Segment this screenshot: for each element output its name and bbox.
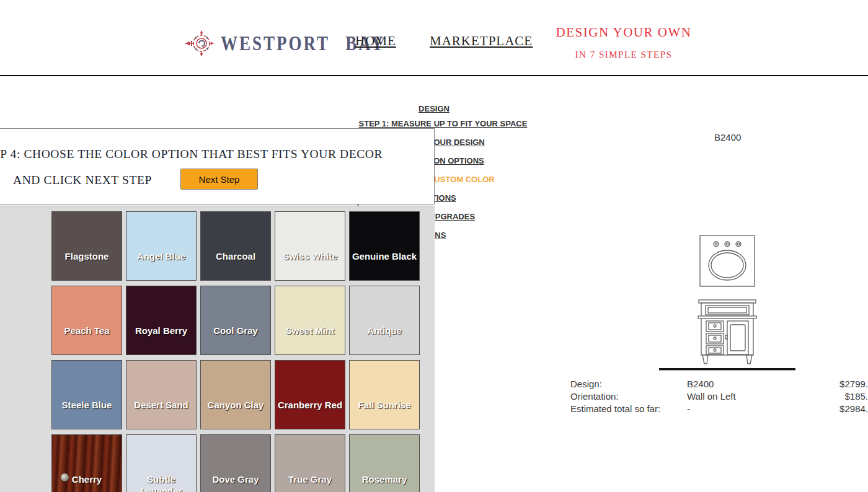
color-swatch[interactable]: Charcoal (200, 211, 271, 281)
color-swatch[interactable]: Canyon Clay (200, 360, 271, 429)
estimate-row-label: Design: (570, 378, 687, 390)
color-swatch[interactable]: Desert Sand (126, 360, 197, 429)
color-swatch[interactable]: Dove Gray (200, 434, 271, 492)
color-swatch-label: Dove Gray (201, 473, 270, 485)
page: WESTPORT BAY HOME MARKETPLACE DESIGN YOU… (0, 0, 868, 492)
color-swatch[interactable]: Sweet Mint (275, 286, 345, 355)
design-your-own-subtitle: IN 7 SIMPLE STEPS (549, 50, 698, 60)
step-heading-line2: AND CLICK NEXT STEP (13, 174, 152, 187)
estimate-row-price: $2799. (839, 378, 868, 390)
estimate-row-label: Orientation: (570, 390, 687, 403)
estimate-row: Estimated total so far:- $2984. (570, 403, 868, 415)
color-swatch-label: Fall Sunrise (350, 399, 419, 411)
breadcrumb-wrapped-link[interactable]: DESIGN (418, 104, 450, 113)
estimate-row: Orientation:Wall on Left $185. (570, 390, 868, 403)
breadcrumb-step-link[interactable]: STEP 1: MEASURE UP TO FIT YOUR SPACE (359, 119, 528, 128)
color-swatch-label: Antique (350, 325, 419, 336)
color-swatch-label: Genuine Black (350, 250, 419, 262)
color-swatch-label: Sweet Mint (275, 325, 345, 336)
color-swatch-grid: Flagstone Angel Blue Charcoal Swiss Whit… (51, 211, 420, 492)
color-swatch-label: Royal Berry (126, 325, 196, 336)
color-swatch[interactable]: Cool Gray (200, 286, 271, 355)
color-swatch-label: Charcoal (201, 250, 270, 262)
color-swatch-label: Subtle Lavender (126, 473, 196, 492)
color-swatch-label: Cranberry Red (275, 399, 345, 411)
product-model-label: B2400 (714, 132, 741, 143)
estimate-row: Design:B2400 $2799. (570, 378, 868, 390)
estimate-row-value: B2400 (687, 379, 714, 389)
color-swatch[interactable]: Rosemary (349, 434, 420, 492)
color-swatch[interactable]: Fall Sunrise (349, 360, 420, 429)
estimate-row-label: Estimated total so far: (570, 403, 687, 415)
design-your-own-title: DESIGN YOUR OWN (549, 25, 698, 40)
design-your-own-banner[interactable]: DESIGN YOUR OWN IN 7 SIMPLE STEPS (549, 25, 698, 60)
color-swatch[interactable]: Royal Berry (126, 286, 197, 355)
step-instruction-box: STEP 4: CHOOSE THE COLOR OPTION THAT BES… (0, 128, 435, 204)
color-swatch[interactable]: Genuine Black (349, 211, 420, 281)
nav-marketplace-link[interactable]: MARKETPLACE (430, 33, 533, 49)
nav-home-link[interactable]: HOME (355, 33, 396, 49)
estimate-row-price: $2984. (839, 403, 868, 415)
site-header: WESTPORT BAY HOME MARKETPLACE DESIGN YOU… (0, 0, 868, 75)
color-swatch-label: Peach Tea (52, 325, 122, 336)
steps-breadcrumb: STEP 1: MEASURE UP TO FIT YOUR SPACE / S… (0, 76, 868, 126)
color-swatch[interactable]: Angel Blue (126, 211, 197, 281)
color-swatch[interactable]: Flagstone (51, 211, 122, 281)
color-swatch-label: Steele Blue (52, 399, 122, 411)
color-swatch[interactable]: Peach Tea (51, 286, 122, 355)
next-step-button[interactable]: Next Step (180, 169, 258, 190)
color-swatch-label: Flagstone (52, 250, 122, 262)
color-swatch[interactable]: Subtle Lavender (126, 434, 197, 492)
color-swatch[interactable]: Cranberry Red (275, 360, 345, 429)
estimate-row-value: Wall on Left (687, 391, 736, 402)
color-swatch-label: Angel Blue (126, 250, 196, 262)
estimate-details: Design:B2400 $2799. Orientation:Wall on … (570, 378, 868, 415)
color-swatch[interactable]: Cherry (51, 434, 122, 492)
color-swatch-label: Canyon Clay (201, 399, 270, 411)
color-swatch-label: Desert Sand (126, 399, 196, 411)
color-swatch-label: Cool Gray (201, 325, 270, 336)
color-swatch-label: True Gray (275, 473, 345, 485)
breadcrumb-line2: DESIGN (0, 104, 868, 113)
color-swatch[interactable]: True Gray (275, 434, 345, 492)
color-swatch[interactable]: Swiss White (275, 211, 345, 281)
estimate-row-price: $185. (844, 390, 868, 403)
color-swatch[interactable]: Steele Blue (51, 360, 122, 429)
vanity-line-drawing (659, 226, 795, 376)
color-swatch-label: Rosemary (350, 473, 419, 485)
estimate-row-value: - (687, 403, 690, 414)
color-swatch[interactable]: Antique (349, 286, 420, 355)
color-swatch-label: Cherry (52, 473, 122, 485)
step-heading-line1: STEP 4: CHOOSE THE COLOR OPTION THAT BES… (0, 147, 434, 161)
compass-logo-icon (185, 30, 215, 57)
color-swatch-label: Swiss White (275, 250, 345, 262)
